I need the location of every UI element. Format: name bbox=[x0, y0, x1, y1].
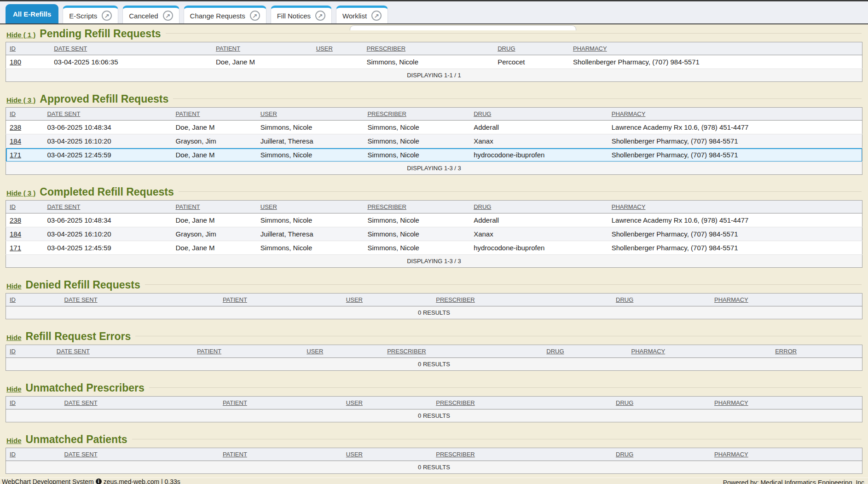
column-header-patient[interactable]: PATIENT bbox=[193, 345, 303, 358]
table-row[interactable]: 23803-06-2025 10:48:34Doe, Jane MSimmons… bbox=[6, 121, 862, 134]
column-header-date-sent[interactable]: DATE SENT bbox=[50, 42, 212, 55]
column-header-patient[interactable]: PATIENT bbox=[172, 201, 257, 213]
column-header-date-sent[interactable]: DATE SENT bbox=[61, 448, 219, 461]
column-header-id[interactable]: ID bbox=[6, 397, 61, 409]
column-header-patient[interactable]: PATIENT bbox=[219, 397, 342, 409]
tab-e-scripts[interactable]: E-Scripts↗ bbox=[63, 6, 118, 23]
cell: Simmons, Nicole bbox=[363, 55, 494, 69]
column-header-date-sent[interactable]: DATE SENT bbox=[61, 397, 219, 409]
results-footer-row: 0 RESULTS bbox=[6, 461, 862, 474]
column-header-prescriber[interactable]: PRESCRIBER bbox=[363, 42, 494, 55]
column-header-patient[interactable]: PATIENT bbox=[219, 448, 342, 461]
column-header-error[interactable]: ERROR bbox=[771, 345, 862, 358]
column-header-date-sent[interactable]: DATE SENT bbox=[43, 108, 172, 121]
cell: 03-06-2025 10:48:34 bbox=[43, 121, 172, 134]
external-link-icon[interactable]: ↗ bbox=[371, 11, 382, 21]
column-header-prescriber[interactable]: PRESCRIBER bbox=[364, 108, 470, 121]
column-header-patient[interactable]: PATIENT bbox=[172, 108, 257, 121]
header-row: IDDATE SENTPATIENTUSERPRESCRIBERDRUGPHAR… bbox=[6, 108, 862, 121]
table-row[interactable]: 18403-04-2025 16:10:20Grayson, JimJuille… bbox=[6, 227, 862, 241]
column-header-prescriber[interactable]: PRESCRIBER bbox=[432, 294, 612, 306]
column-header-date-sent[interactable]: DATE SENT bbox=[53, 345, 193, 358]
id-link[interactable]: 184 bbox=[6, 227, 44, 241]
column-header-patient[interactable]: PATIENT bbox=[212, 42, 312, 55]
id-link[interactable]: 180 bbox=[6, 55, 51, 69]
column-header-drug[interactable]: DRUG bbox=[612, 448, 711, 461]
hide-link[interactable]: Hide ( 3 ) bbox=[6, 189, 35, 197]
id-link[interactable]: 184 bbox=[6, 134, 44, 148]
header-row: IDDATE SENTPATIENTUSERPRESCRIBERDRUGPHAR… bbox=[6, 201, 862, 213]
tab-worklist[interactable]: Worklist↗ bbox=[336, 6, 388, 23]
table-row[interactable]: 18403-04-2025 16:10:20Grayson, JimJuille… bbox=[6, 134, 862, 148]
column-header-id[interactable]: ID bbox=[6, 201, 44, 213]
column-header-user[interactable]: USER bbox=[257, 108, 364, 121]
column-header-drug[interactable]: DRUG bbox=[470, 201, 608, 213]
tab-all-e-refills[interactable]: All E-Refills bbox=[6, 4, 58, 23]
column-header-user[interactable]: USER bbox=[312, 42, 363, 55]
section-legend: HideUnmatched Patients bbox=[6, 433, 862, 446]
column-header-drug[interactable]: DRUG bbox=[494, 42, 569, 55]
column-header-pharmacy[interactable]: PHARMACY bbox=[608, 201, 862, 213]
cell: Simmons, Nicole bbox=[257, 121, 364, 134]
external-link-icon[interactable]: ↗ bbox=[163, 11, 173, 21]
column-header-user[interactable]: USER bbox=[303, 345, 383, 358]
tab-change-requests[interactable]: Change Requests↗ bbox=[184, 6, 266, 23]
external-link-icon[interactable]: ↗ bbox=[315, 11, 325, 21]
table-row[interactable]: 17103-04-2025 12:45:59Doe, Jane MSimmons… bbox=[6, 148, 862, 162]
table-row[interactable]: 18003-04-2025 16:06:35Doe, Jane MSimmons… bbox=[6, 55, 862, 69]
column-header-pharmacy[interactable]: PHARMACY bbox=[608, 108, 862, 121]
column-header-id[interactable]: ID bbox=[6, 294, 61, 306]
table-row[interactable]: 23803-06-2025 10:48:34Doe, Jane MSimmons… bbox=[6, 213, 862, 227]
tab-bar: All E-RefillsE-Scripts↗Canceled↗Change R… bbox=[0, 0, 868, 24]
column-header-id[interactable]: ID bbox=[6, 448, 61, 461]
column-header-drug[interactable]: DRUG bbox=[612, 397, 711, 409]
column-header-user[interactable]: USER bbox=[342, 448, 432, 461]
column-header-drug[interactable]: DRUG bbox=[470, 108, 608, 121]
column-header-prescriber[interactable]: PRESCRIBER bbox=[432, 397, 612, 409]
column-header-user[interactable]: USER bbox=[342, 397, 432, 409]
id-link[interactable]: 238 bbox=[6, 121, 44, 134]
hide-link[interactable]: Hide bbox=[6, 385, 22, 393]
column-header-id[interactable]: ID bbox=[6, 42, 51, 55]
denied-refill-requests-table: IDDATE SENTPATIENTUSERPRESCRIBERDRUGPHAR… bbox=[6, 293, 862, 319]
external-link-icon[interactable]: ↗ bbox=[250, 11, 260, 21]
table-row[interactable]: 17103-04-2025 12:45:59Doe, Jane MSimmons… bbox=[6, 241, 862, 255]
hide-link[interactable]: Hide bbox=[6, 334, 22, 341]
legend-divider bbox=[166, 33, 862, 34]
section-title: Completed Refill Requests bbox=[40, 186, 174, 198]
column-header-pharmacy[interactable]: PHARMACY bbox=[569, 42, 862, 55]
id-link[interactable]: 171 bbox=[6, 241, 44, 255]
column-header-id[interactable]: ID bbox=[6, 108, 44, 121]
column-header-pharmacy[interactable]: PHARMACY bbox=[711, 448, 862, 461]
column-header-pharmacy[interactable]: PHARMACY bbox=[711, 294, 862, 306]
column-header-prescriber[interactable]: PRESCRIBER bbox=[383, 345, 543, 358]
section-legend: Hide ( 3 )Approved Refill Requests bbox=[6, 93, 862, 105]
results-footer-row: 0 RESULTS bbox=[6, 409, 862, 422]
hide-link[interactable]: Hide bbox=[6, 437, 22, 444]
status-footer: WebChart Development System zeus.med-web… bbox=[0, 478, 868, 484]
column-header-drug[interactable]: DRUG bbox=[612, 294, 711, 306]
results-footer: 0 RESULTS bbox=[6, 461, 862, 474]
column-header-drug[interactable]: DRUG bbox=[543, 345, 627, 358]
column-header-user[interactable]: USER bbox=[257, 201, 364, 213]
hide-link[interactable]: Hide ( 1 ) bbox=[6, 31, 35, 39]
tab-canceled[interactable]: Canceled↗ bbox=[122, 6, 179, 23]
header-row: IDDATE SENTPATIENTUSERPRESCRIBERDRUGPHAR… bbox=[6, 397, 862, 409]
hide-link[interactable]: Hide ( 3 ) bbox=[6, 96, 35, 104]
column-header-date-sent[interactable]: DATE SENT bbox=[61, 294, 219, 306]
column-header-pharmacy[interactable]: PHARMACY bbox=[711, 397, 862, 409]
column-header-prescriber[interactable]: PRESCRIBER bbox=[364, 201, 470, 213]
cell: Doe, Jane M bbox=[172, 241, 257, 255]
column-header-pharmacy[interactable]: PHARMACY bbox=[628, 345, 772, 358]
column-header-id[interactable]: ID bbox=[6, 345, 53, 358]
column-header-user[interactable]: USER bbox=[342, 294, 432, 306]
column-header-date-sent[interactable]: DATE SENT bbox=[43, 201, 172, 213]
external-link-icon[interactable]: ↗ bbox=[102, 11, 112, 21]
column-header-patient[interactable]: PATIENT bbox=[219, 294, 342, 306]
hide-link[interactable]: Hide bbox=[6, 282, 22, 290]
id-link[interactable]: 171 bbox=[6, 148, 44, 162]
id-link[interactable]: 238 bbox=[6, 213, 44, 227]
column-header-prescriber[interactable]: PRESCRIBER bbox=[432, 448, 612, 461]
header-row: IDDATE SENTPATIENTUSERPRESCRIBERDRUGPHAR… bbox=[6, 448, 862, 461]
tab-fill-notices[interactable]: Fill Notices↗ bbox=[271, 6, 332, 23]
